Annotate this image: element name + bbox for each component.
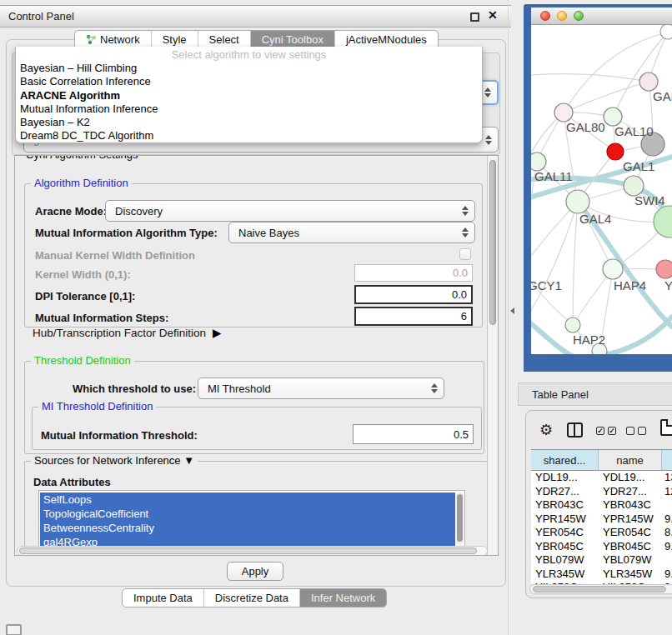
network-node[interactable] xyxy=(531,152,546,171)
table-row[interactable]: YER054CYER054C8. xyxy=(531,526,672,540)
dropdown-item[interactable]: Basic Correlation Inference xyxy=(16,75,482,88)
sources-title[interactable]: Sources for Network Inference ▼ xyxy=(31,454,198,467)
expanded-arrow-icon: ▼ xyxy=(183,454,194,467)
list-vertical-scrollbar[interactable] xyxy=(456,492,464,545)
mi-threshold-field[interactable]: 0.5 xyxy=(353,424,474,444)
mi-algorithm-combo[interactable]: Naive Bayes xyxy=(228,222,475,243)
window-minimize-icon[interactable] xyxy=(557,11,567,21)
dpi-tolerance-field[interactable]: 0.0 xyxy=(354,285,473,304)
node-label: HAP2 xyxy=(573,332,605,347)
algorithm-definition-title: Algorithm Definition xyxy=(31,177,132,189)
gear-icon[interactable]: ⚙ xyxy=(539,421,553,439)
tab-cyni-toolbox[interactable]: Cyni Toolbox xyxy=(250,31,334,48)
kernel-width-field[interactable]: 0.0 xyxy=(354,264,473,282)
column-header-shared-name[interactable]: shared... xyxy=(531,449,599,471)
attribute-item[interactable]: gal4RGexp xyxy=(40,535,455,547)
table-row[interactable]: YBR045CYBR045C9. xyxy=(531,540,672,554)
table-cell: YBR045C xyxy=(599,540,662,554)
network-node[interactable] xyxy=(554,103,573,122)
tab-discretize-data[interactable]: Discretize Data xyxy=(203,589,299,607)
apply-button[interactable]: Apply xyxy=(227,562,283,581)
aracne-mode-value: Discovery xyxy=(115,205,163,218)
mi-steps-field[interactable]: 6 xyxy=(354,307,473,326)
dropdown-items: Bayesian – Hill ClimbingBasic Correlatio… xyxy=(16,62,482,143)
scroll-thumb[interactable] xyxy=(19,548,477,554)
table-horizontal-scrollbar[interactable] xyxy=(529,584,672,594)
dropdown-item[interactable]: Mutual Information Inference xyxy=(16,102,482,116)
table-row[interactable]: YPR145WYPR145W9. xyxy=(531,512,672,527)
tab-label: Discretize Data xyxy=(215,592,288,604)
scroll-thumb[interactable] xyxy=(457,494,463,542)
tab-infer-network[interactable]: Infer Network xyxy=(299,589,386,607)
table-panel-bar: Table Panel xyxy=(518,382,672,406)
table-cell: 9. xyxy=(662,512,672,527)
dropdown-item[interactable]: Bayesian – Hill Climbing xyxy=(16,62,482,75)
stepper-icon xyxy=(462,228,469,238)
tab-select[interactable]: Select xyxy=(198,31,250,48)
window-close-icon[interactable] xyxy=(540,11,550,21)
column-header-partial[interactable] xyxy=(662,449,672,471)
network-node[interactable] xyxy=(660,25,672,39)
table-cell: YLR345W xyxy=(599,568,662,582)
settings-vertical-scrollbar[interactable] xyxy=(487,156,498,555)
tab-network[interactable]: Network xyxy=(75,31,151,48)
dropdown-item[interactable]: Dream8 DC_TDC Algorithm xyxy=(16,129,482,142)
node-label: Y xyxy=(664,278,672,292)
dropdown-item[interactable]: ARACNE Algorithm xyxy=(16,89,482,102)
threshold-definition-group: Threshold Definition Which threshold to … xyxy=(24,361,484,454)
network-node[interactable] xyxy=(603,259,623,279)
scroll-thumb[interactable] xyxy=(489,160,496,325)
manual-kernel-checkbox[interactable] xyxy=(459,248,471,260)
network-node[interactable] xyxy=(604,108,622,126)
network-node[interactable] xyxy=(639,72,658,91)
minimized-panel-icon[interactable] xyxy=(6,624,22,635)
attribute-item[interactable]: BetweennessCentrality xyxy=(40,521,455,535)
manual-kernel-label: Manual Kernel Width Definition xyxy=(35,248,195,262)
deselect-all-icon[interactable] xyxy=(626,427,634,435)
table-row[interactable]: YBL079WYBL079W xyxy=(531,553,672,568)
table-row[interactable]: YDR27...YDR27...12 xyxy=(531,485,672,499)
stepper-icon xyxy=(462,206,469,216)
select-all-icon[interactable]: ✓ xyxy=(596,427,604,435)
network-window-titlebar[interactable] xyxy=(531,8,672,25)
network-canvas[interactable]: GALGAL80GAL10GAL1GAL11SWI4GAL4GCY1HAP4YH… xyxy=(531,25,672,354)
aracne-mode-combo[interactable]: Discovery xyxy=(105,200,475,222)
table-row[interactable]: YLR345WYLR345W9. xyxy=(531,568,672,582)
node-label: GAL10 xyxy=(614,124,654,138)
network-node[interactable] xyxy=(566,190,589,213)
control-panel-title: Control Panel xyxy=(8,10,74,22)
network-node[interactable] xyxy=(654,206,672,238)
settings-horizontal-scrollbar[interactable] xyxy=(17,546,488,556)
table-row[interactable]: YDL19...YDL19...13 xyxy=(531,471,672,485)
mi-threshold-group: MI Threshold Definition Mutual Informati… xyxy=(32,407,482,450)
attribute-item[interactable]: TopologicalCoefficient xyxy=(40,507,455,521)
new-column-icon[interactable] xyxy=(660,419,672,436)
tab-jactivemnodules[interactable]: jActiveMNodules xyxy=(334,31,438,48)
deselect-all-icon[interactable] xyxy=(638,427,646,435)
table-cell: YDR27... xyxy=(531,485,599,499)
divider-collapse-icon[interactable] xyxy=(510,308,514,314)
table-cell: YLR345W xyxy=(531,568,599,582)
window-zoom-icon[interactable] xyxy=(574,11,584,21)
scroll-thumb[interactable] xyxy=(533,586,666,592)
network-node[interactable] xyxy=(565,318,580,332)
split-view-icon[interactable] xyxy=(567,422,583,438)
table-row[interactable]: YBR043CYBR043C xyxy=(531,498,672,512)
dropdown-item[interactable]: Bayesian – K2 xyxy=(16,116,482,129)
cyni-mode-tabs: Impute DataDiscretize DataInfer Network xyxy=(122,588,387,608)
which-threshold-combo[interactable]: MI Threshold xyxy=(198,378,444,399)
node-label: SWI4 xyxy=(634,193,665,208)
data-attributes-list[interactable]: SelfLoopsTopologicalCoefficientBetweenne… xyxy=(38,490,465,547)
tab-style[interactable]: Style xyxy=(151,31,198,48)
column-header-name[interactable]: name xyxy=(599,449,662,471)
tab-label: Impute Data xyxy=(133,592,193,604)
close-panel-icon[interactable]: ✕ xyxy=(488,8,498,22)
network-node[interactable] xyxy=(607,143,624,160)
attribute-item[interactable]: SelfLoops xyxy=(40,492,455,507)
hub-section-toggle[interactable]: Hub/Transcription Factor Definition▶ xyxy=(33,326,221,339)
float-panel-icon[interactable] xyxy=(470,12,479,22)
tab-impute-data[interactable]: Impute Data xyxy=(123,589,203,607)
aracne-mode-label: Aracne Mode: xyxy=(35,204,107,218)
select-all-icon[interactable]: ✓ xyxy=(608,427,616,435)
network-node[interactable] xyxy=(656,260,672,278)
